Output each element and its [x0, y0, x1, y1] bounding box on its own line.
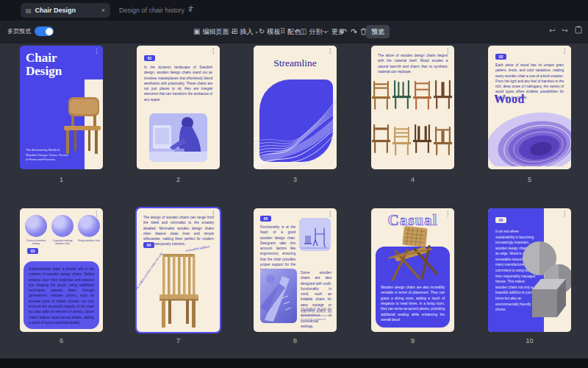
- tab-label: Design of chair history: [119, 7, 184, 14]
- slide-body-text-left: Functionality is at the heart of a good …: [260, 224, 295, 273]
- toolbar: 多页预览 ▣ 编辑页面 ▾ ⊞ 插入 ▾ ↻ 模板 ⠿ 配色 ◫ 分割 ▾ ⋯ …: [0, 21, 588, 43]
- section-badge: 02: [495, 54, 506, 60]
- page-number: 7: [137, 337, 220, 344]
- wood-grain-image: [488, 107, 571, 169]
- preview-button[interactable]: 预览: [366, 25, 390, 38]
- edit-page-label: 编辑页面: [202, 27, 229, 37]
- slide-body-text: Craftsmanship plays a pivotal role in th…: [24, 261, 99, 325]
- kebab-menu-icon[interactable]: ⋮: [562, 49, 567, 54]
- clipboard-icon[interactable]: [575, 26, 582, 35]
- kebab-menu-icon[interactable]: ⋮: [327, 211, 333, 217]
- section-badge: 03: [27, 248, 38, 254]
- section-badge: 04: [143, 242, 154, 248]
- photo-caption: Carpenter making wooden chair: [50, 239, 75, 246]
- slide-subtitle: The Enchanting World of Wooden Design Ch…: [26, 148, 68, 163]
- section-badge: 05: [260, 216, 271, 222]
- kebab-menu-icon[interactable]: ⋮: [445, 211, 451, 217]
- chair-image: [392, 127, 411, 159]
- page-number: 8: [254, 337, 337, 344]
- chevron-down-icon: ▾: [255, 29, 257, 35]
- footnote-text: The height of the seat, the angle of the…: [301, 307, 331, 322]
- chair-image: [434, 79, 452, 113]
- slide-body-text: In the dynamic landscape of Swedish desi…: [144, 65, 212, 102]
- photo-caption: Chairs in furniture history: [24, 239, 49, 246]
- slide-thumbnail-2[interactable]: ⋮ 01 In the dynamic landscape of Swedish…: [137, 46, 220, 169]
- slide-thumbnail-9[interactable]: ⋮ Casual Wooden design chairs are also i…: [371, 208, 454, 332]
- slide-thumbnail-7[interactable]: ⋮ The design of wooden chairs can range …: [137, 208, 220, 332]
- page-number: 4: [371, 176, 454, 183]
- edit-page-button[interactable]: ▣ 编辑页面 ▾: [193, 26, 233, 38]
- photo-caption: Fixing wooden chair: [76, 239, 101, 242]
- slide-thumbnail-4[interactable]: ⋮ The allure of wooden design chairs beg…: [371, 46, 454, 169]
- slide-thumbnail-5[interactable]: ⋮ 02 Each piece of wood has its unique g…: [488, 46, 571, 169]
- section-badge: 01: [144, 55, 155, 61]
- new-tab-button[interactable]: +: [188, 2, 194, 13]
- kebab-menu-icon[interactable]: ⋮: [210, 49, 216, 54]
- chair-image: [372, 124, 390, 158]
- slide-title: Chair Design: [26, 52, 62, 78]
- carpenter-photo: [51, 215, 74, 237]
- toggle-knob: [46, 28, 53, 35]
- kebab-menu-icon[interactable]: ⋮: [93, 49, 99, 54]
- palette-button[interactable]: ⠿ 配色: [280, 26, 301, 38]
- page-number: 9: [371, 337, 454, 344]
- template-button[interactable]: ↻ 模板: [259, 26, 280, 38]
- chair-detail-photo: [260, 269, 297, 323]
- streamline-graphic: [254, 91, 337, 169]
- palette-label: 配色: [287, 27, 301, 37]
- repair-photo: [78, 215, 100, 237]
- page-number: 1: [20, 176, 103, 183]
- chair-image: [434, 127, 452, 159]
- undo-icon[interactable]: ↶: [340, 26, 347, 38]
- more-icon: ⋯: [322, 28, 329, 35]
- workshop-photo: [149, 113, 207, 162]
- chair-image: [413, 124, 431, 158]
- slide-title: Streamline: [254, 57, 337, 69]
- back-icon[interactable]: ↩: [549, 26, 555, 35]
- template-label: 模板: [267, 27, 280, 37]
- forward-icon[interactable]: ↪: [562, 26, 568, 35]
- kebab-menu-icon[interactable]: ⋮: [327, 49, 333, 54]
- insert-button[interactable]: ⊞ 插入 ▾: [232, 26, 257, 38]
- tab-chair-design[interactable]: ▤ Chair Design ×: [21, 3, 110, 18]
- slide-thumbnail-6[interactable]: ⋮ Chairs in furniture history Carpenter …: [20, 208, 103, 332]
- bottom-bar: [0, 358, 588, 368]
- page-number: 5: [488, 176, 571, 183]
- geometric-shapes-image: [522, 229, 571, 328]
- slide-body-text: Wooden design chairs are also incredibly…: [381, 285, 445, 322]
- split-icon: ◫: [300, 28, 306, 35]
- chair-sketch-image: [299, 218, 331, 251]
- tab-bar: ▤ Chair Design × Design of chair history…: [0, 0, 588, 21]
- slide-thumbnail-3[interactable]: ⋮ Streamline: [254, 46, 337, 169]
- oak-chair-image: [158, 254, 199, 332]
- slide-thumbnail-10[interactable]: ⋮ 06 In an era where sustainability is b…: [488, 208, 571, 332]
- tab-label: Chair Design: [35, 7, 98, 14]
- history-photo: [25, 215, 47, 237]
- close-icon[interactable]: ×: [101, 7, 105, 14]
- page-number: 10: [488, 337, 571, 344]
- kebab-menu-icon[interactable]: ⋮: [562, 211, 567, 217]
- chair-image: [392, 79, 411, 113]
- split-label: 分割: [309, 27, 322, 37]
- page-number: 2: [137, 176, 220, 183]
- redo-icon[interactable]: ↷: [351, 26, 357, 38]
- chair-image: [372, 81, 390, 113]
- multipage-preview-toggle[interactable]: [35, 26, 54, 36]
- slide-title: Wood: [494, 93, 525, 106]
- insert-icon: ⊞: [232, 28, 237, 35]
- page-number: 6: [20, 337, 103, 344]
- tab-design-of-chair-history[interactable]: Design of chair history ×: [119, 3, 192, 18]
- document-icon: ▤: [26, 7, 32, 14]
- template-icon: ↻: [259, 28, 265, 35]
- slide-body-text: The allure of wooden design chairs begin…: [378, 53, 448, 74]
- rattan-chair-image: [383, 224, 443, 286]
- multipage-preview-label: 多页预览: [7, 27, 31, 35]
- chair-image: [413, 81, 431, 113]
- page-number: 3: [254, 176, 337, 183]
- section-badge: 06: [495, 217, 506, 223]
- slide-thumbnail-1[interactable]: ⋮ Chair Design The Enchanting World of W…: [20, 46, 103, 169]
- slide-thumbnail-8[interactable]: ⋮ 05 Functionality is at the heart of a …: [254, 208, 337, 332]
- edit-page-icon: ▣: [193, 28, 200, 35]
- blue-text-panel: Craftsmanship plays a pivotal role in th…: [24, 261, 99, 329]
- insert-label: 插入: [240, 27, 253, 37]
